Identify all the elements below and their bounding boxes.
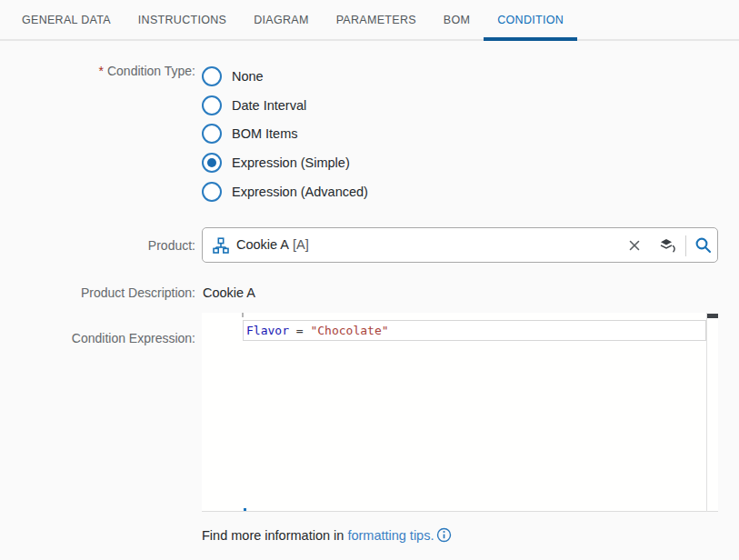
code-string: "Chocolate" [310,324,388,337]
radio-icon [202,124,222,144]
radio-option-none[interactable]: None [202,62,368,91]
clear-x-icon[interactable] [623,228,646,262]
radio-option-bom-items[interactable]: BOM Items [202,119,368,148]
expression-code-line: Flavor = "Chocolate" [246,322,389,339]
condition-type-label: *Condition Type: [99,64,195,78]
condition-expression-label: Condition Expression: [72,331,195,345]
editor-cursor-dot [244,508,246,511]
formatting-tips-line: Find more information in formatting tips… [202,527,452,543]
product-description-value: Cookie A [203,285,255,300]
condition-tab-page: GENERAL DATA INSTRUCTIONS DIAGRAM PARAME… [0,0,739,560]
editor-gutter-tick [242,313,244,317]
tab-bar: GENERAL DATA INSTRUCTIONS DIAGRAM PARAME… [0,0,739,41]
info-text: Find more information in [202,528,347,543]
tab-condition[interactable]: CONDITION [484,0,577,39]
radio-icon [202,95,222,115]
radio-icon [202,66,222,86]
tab-parameters[interactable]: PARAMETERS [323,0,430,39]
product-label: Product: [148,238,195,253]
required-marker: * [99,64,104,78]
product-hierarchy-icon [213,237,229,254]
condition-expression-editor[interactable]: Flavor = "Chocolate" [202,313,718,512]
product-value-text: Cookie A[A] [236,237,309,252]
radio-option-date-interval[interactable]: Date Interval [202,91,368,120]
radio-option-expression-advanced[interactable]: Expression (Advanced) [202,177,368,206]
radio-option-expression-simple[interactable]: Expression (Simple) [202,148,368,177]
value-history-icon[interactable] [655,228,681,262]
tab-instructions[interactable]: INSTRUCTIONS [125,0,240,39]
tab-diagram[interactable]: DIAGRAM [240,0,322,39]
tab-bom[interactable]: BOM [430,0,484,39]
product-value-suffix: [A] [293,237,309,252]
radio-selected-icon [202,153,222,173]
condition-type-radio-group: None Date Interval BOM Items Expression … [202,62,368,205]
search-icon[interactable] [689,228,716,262]
code-variable: Flavor [246,324,289,337]
product-description-label: Product Description: [81,285,195,300]
product-value-help-input[interactable]: Cookie A[A] [202,227,718,263]
editor-scrollbar-track [706,313,707,512]
editor-scrollbar-thumb[interactable] [707,314,718,318]
radio-icon [202,182,222,202]
formatting-tips-link[interactable]: formatting tips. [347,528,434,543]
tab-general-data[interactable]: GENERAL DATA [8,0,125,39]
code-operator: = [289,324,310,337]
info-icon[interactable] [436,527,452,543]
input-divider [685,235,686,256]
